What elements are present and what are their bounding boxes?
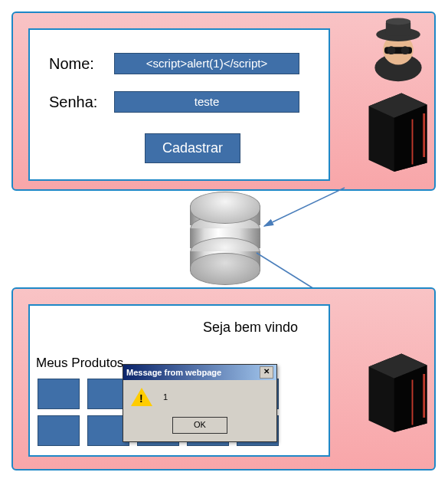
attacker-icon [364, 14, 433, 83]
svg-point-7 [386, 18, 410, 25]
dialog-titlebar: Message from webpage ✕ [123, 365, 276, 380]
name-input[interactable]: <script>alert(1)</script> [114, 53, 299, 74]
name-label: Nome: [49, 55, 114, 73]
password-input[interactable]: teste [114, 91, 299, 113]
dialog-title-text: Message from webpage [126, 368, 221, 377]
products-title: Meus Produtos [36, 356, 123, 371]
submit-button[interactable]: Cadastrar [145, 133, 240, 163]
close-icon[interactable]: ✕ [260, 366, 273, 379]
welcome-text: Seja bem vindo [203, 320, 298, 336]
dialog-body: 1 [123, 380, 276, 414]
js-alert-dialog: Message from webpage ✕ 1 OK [123, 364, 277, 442]
svg-line-13 [264, 188, 345, 226]
server-icon-top [361, 84, 434, 169]
dialog-message: 1 [163, 392, 168, 402]
server-icon-bottom [361, 345, 434, 429]
password-label: Senha: [49, 93, 114, 111]
ok-button[interactable]: OK [172, 417, 227, 434]
dialog-footer: OK [123, 414, 276, 441]
registration-form: Nome: <script>alert(1)</script> Senha: t… [28, 28, 330, 181]
database-icon [190, 192, 259, 276]
svg-point-4 [401, 46, 410, 54]
name-row: Nome: <script>alert(1)</script> [49, 53, 299, 74]
product-item[interactable] [38, 415, 80, 446]
warning-icon [131, 388, 152, 406]
product-item[interactable] [38, 379, 80, 409]
password-row: Senha: teste [49, 91, 299, 113]
svg-point-3 [388, 46, 396, 54]
